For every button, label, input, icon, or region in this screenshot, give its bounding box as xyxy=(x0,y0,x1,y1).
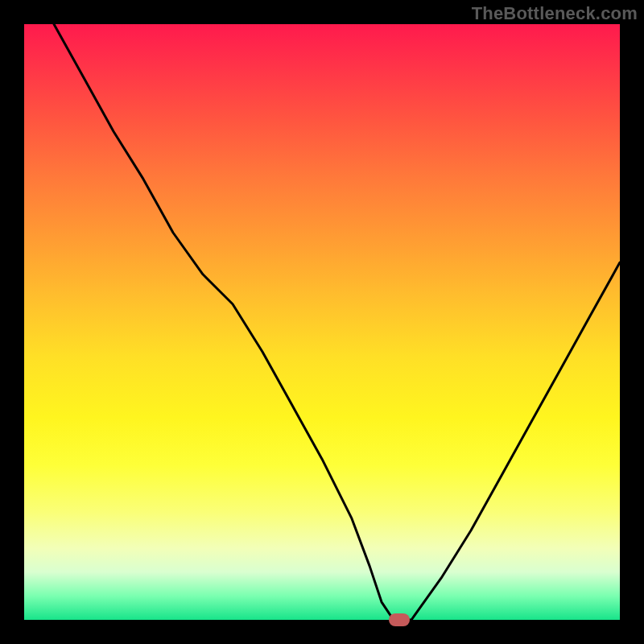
watermark-text: TheBottleneck.com xyxy=(472,3,638,24)
chart-frame: TheBottleneck.com xyxy=(0,0,644,644)
optimal-marker xyxy=(389,613,410,626)
bottleneck-curve xyxy=(24,24,620,620)
curve-path xyxy=(54,24,620,620)
plot-area xyxy=(24,24,620,620)
